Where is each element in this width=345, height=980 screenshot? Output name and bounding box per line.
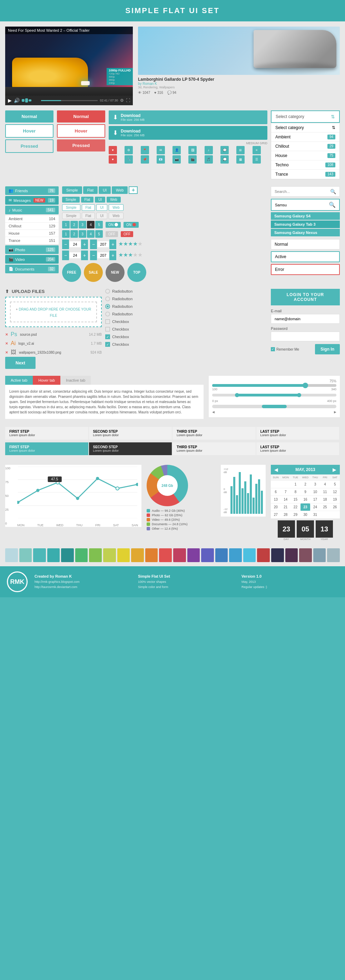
menu-icon-cell[interactable]: ☰ xyxy=(253,155,261,164)
swatch-10[interactable] xyxy=(145,548,158,562)
bubble-icon-cell[interactable]: 💭 xyxy=(221,155,229,164)
play-button[interactable]: ▶ xyxy=(8,98,12,103)
cal-day[interactable]: 10 xyxy=(310,488,320,496)
cal-day[interactable]: 25 xyxy=(320,503,330,511)
page-2b[interactable]: 2 xyxy=(70,230,78,238)
chat-icon-cell[interactable]: 💬 xyxy=(221,146,229,154)
swatch-5[interactable] xyxy=(75,548,88,562)
cal-day[interactable]: 24 xyxy=(310,503,320,511)
badge-new[interactable]: NEW xyxy=(106,263,124,282)
file-remove-3[interactable]: ✕ xyxy=(5,351,8,355)
subitem-house[interactable]: House 157 xyxy=(5,230,59,237)
tag-simple-light[interactable]: Simple xyxy=(62,213,80,219)
remember-checkbox[interactable]: ✓ xyxy=(271,347,275,351)
password-input[interactable] xyxy=(271,332,340,341)
subitem-chillout[interactable]: Chillout 129 xyxy=(5,223,59,230)
stepper-3-plus[interactable]: + xyxy=(81,251,88,260)
file-remove-1[interactable]: ✕ xyxy=(5,332,8,336)
tag-ui[interactable]: UI xyxy=(95,197,105,202)
scrollbar-track[interactable] xyxy=(212,405,336,408)
film-icon-cell[interactable]: 🎬 xyxy=(188,155,197,164)
sidebar-documents[interactable]: 📄 Documents 32 xyxy=(5,265,59,273)
checkbox-2[interactable]: Checkbox xyxy=(105,327,154,332)
radio-4[interactable]: Radiobutton xyxy=(105,312,154,317)
cal-day[interactable]: 23 xyxy=(300,503,310,511)
cal-day[interactable]: 28 xyxy=(281,511,291,519)
step-1b[interactable]: FIRST STEP Lorem ipsum dolor xyxy=(5,442,89,455)
heart2-icon-cell[interactable]: ♥ xyxy=(109,155,117,164)
page-5[interactable]: 5 xyxy=(95,221,103,228)
tab-add-button[interactable]: + xyxy=(129,186,138,194)
cal-day[interactable]: 26 xyxy=(330,503,340,511)
swatch-23[interactable] xyxy=(327,548,340,562)
swatch-13[interactable] xyxy=(188,548,200,562)
tag-flat[interactable]: Flat xyxy=(81,197,94,202)
search-result-1[interactable]: Samsung Galaxy S4 xyxy=(271,212,340,220)
cal-day[interactable]: 20 xyxy=(271,503,281,511)
page-1[interactable]: 1 xyxy=(62,221,70,228)
search-icon[interactable]: 🔍 xyxy=(330,189,336,194)
note-icon-cell[interactable]: 🎵 xyxy=(205,155,213,164)
stepper-2-plus[interactable]: + xyxy=(110,239,116,249)
range-handle-right[interactable] xyxy=(297,393,301,397)
category-select[interactable]: Select category ⇅ xyxy=(271,123,339,132)
stepper-3-minus[interactable]: − xyxy=(62,251,69,260)
step-3a[interactable]: THIRD STEP Lorem ipsum dolor xyxy=(173,427,256,440)
swatch-9[interactable] xyxy=(131,548,144,562)
badge-top[interactable]: TOP xyxy=(127,263,146,282)
category-techno[interactable]: Techno 108 xyxy=(271,161,339,170)
step-3b[interactable]: THIRD STEP Lorem ipsum dolor xyxy=(173,442,256,455)
radio-1[interactable]: Radiobutton xyxy=(105,289,154,294)
step-1a[interactable]: FIRST STEP Lorem ipsum dolor xyxy=(5,427,89,440)
quality-box[interactable]: 1080p FULLHD 720p HD 480p 360p 240p xyxy=(107,68,133,85)
slider-track[interactable] xyxy=(212,384,336,387)
tab-simple[interactable]: Simple xyxy=(62,186,82,194)
swatch-21[interactable] xyxy=(299,548,312,562)
stepper-1-minus[interactable]: − xyxy=(62,239,69,249)
search-icon-2[interactable]: 🔍 xyxy=(329,202,336,208)
select-category-box[interactable]: Select category ⇅ xyxy=(271,110,340,123)
cal-day[interactable]: 21 xyxy=(281,503,291,511)
swatch-6[interactable] xyxy=(89,548,102,562)
sidebar-messages[interactable]: ✉ Messages NEW 19 xyxy=(5,196,59,205)
badge-free[interactable]: FREE xyxy=(62,263,81,282)
page-3[interactable]: 3 xyxy=(79,221,86,228)
pressed-button-teal[interactable]: Pressed xyxy=(5,139,54,153)
tag-flat-outline[interactable]: Flat xyxy=(82,204,95,211)
tag-simple-outline[interactable]: Simple xyxy=(62,204,80,211)
radio-2[interactable]: Radiobutton xyxy=(105,296,154,301)
user-icon-cell[interactable]: 👤 xyxy=(173,146,181,154)
cal-day[interactable]: 18 xyxy=(320,496,330,503)
grid-icon-cell[interactable]: ⊞ xyxy=(236,146,245,154)
volume-button[interactable]: 🔊 xyxy=(14,98,20,103)
checkbox-4[interactable]: ✓ Checkbox xyxy=(105,342,154,347)
photo-icon-cell[interactable]: 📷 xyxy=(173,155,181,164)
mail-icon-cell[interactable]: ✉ xyxy=(157,146,165,154)
fullscreen-icon[interactable]: ⛶ xyxy=(126,98,130,103)
cal-day[interactable]: 11 xyxy=(320,488,330,496)
swatch-0[interactable] xyxy=(5,548,18,562)
hover-button-red[interactable]: Hover xyxy=(57,124,105,138)
swatch-11[interactable] xyxy=(159,548,172,562)
cal-day[interactable]: 3 xyxy=(310,481,320,488)
scrollbar-thumb[interactable] xyxy=(262,405,287,408)
cal-day[interactable]: 30 xyxy=(300,511,310,519)
download-button-2[interactable]: ⬇ Download File size: 256 MB xyxy=(109,126,267,140)
page-4[interactable]: 4 xyxy=(87,221,95,228)
cal-next-button[interactable]: ▶ xyxy=(332,467,336,473)
swatch-2[interactable] xyxy=(33,548,46,562)
swatch-8[interactable] xyxy=(117,548,130,562)
range-track[interactable] xyxy=(212,394,336,396)
music-icon-cell[interactable]: ♪ xyxy=(205,146,213,154)
swatch-18[interactable] xyxy=(257,548,270,562)
cal-day[interactable]: 6 xyxy=(271,488,281,496)
input-active[interactable]: Active xyxy=(271,251,340,262)
sidebar-video[interactable]: 🎬 Video 204 xyxy=(5,255,59,264)
cal-day[interactable]: 27 xyxy=(271,511,281,519)
search-box-2[interactable]: 🔍 xyxy=(271,199,340,211)
tag-flat-light[interactable]: Flat xyxy=(82,213,95,219)
apps-icon-cell[interactable]: ▦ xyxy=(236,155,245,164)
swatch-4[interactable] xyxy=(61,548,74,562)
sidebar-music[interactable]: ♪ Music 541 xyxy=(5,206,59,214)
cal-day[interactable]: 9 xyxy=(300,488,310,496)
